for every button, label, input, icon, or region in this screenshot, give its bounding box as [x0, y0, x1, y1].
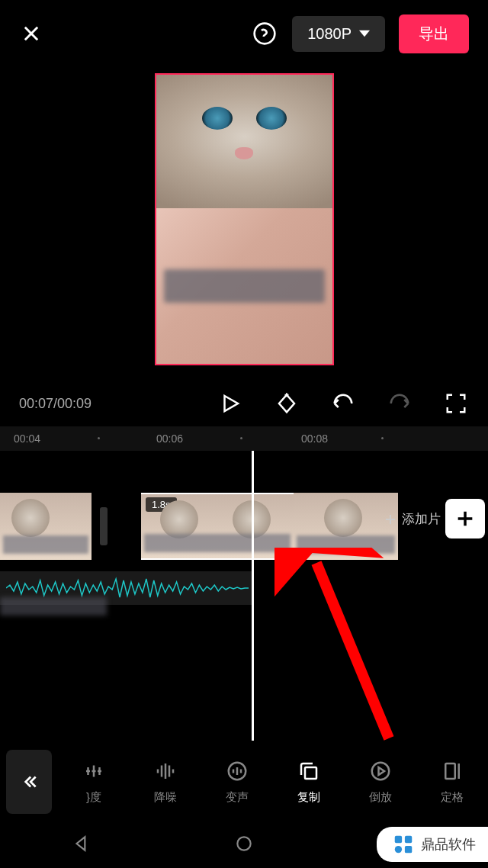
- copy-icon: [297, 760, 320, 783]
- svg-rect-11: [405, 846, 412, 853]
- chevron-down-icon: [359, 28, 370, 39]
- play-button[interactable]: [217, 391, 243, 416]
- time-display: 00:07/00:09: [19, 396, 92, 412]
- tool-denoise[interactable]: 降噪: [154, 760, 177, 805]
- help-button[interactable]: [251, 20, 278, 47]
- fullscreen-button[interactable]: [443, 391, 469, 416]
- resolution-selector[interactable]: 1080P: [292, 16, 385, 52]
- undo-button[interactable]: [330, 391, 356, 416]
- time-ruler[interactable]: 00:04 00:06 00:08: [0, 426, 488, 451]
- bottom-toolbar: }度 降噪 变声 复制 倒放 定格: [0, 741, 488, 822]
- video-clip-3[interactable]: [294, 493, 398, 560]
- svg-point-0: [255, 24, 275, 44]
- transition-marker[interactable]: [100, 507, 108, 545]
- voice-icon: [226, 760, 249, 783]
- keyframe-button[interactable]: [274, 391, 300, 416]
- redo-button: [387, 391, 413, 416]
- timeline[interactable]: 1.8s 添加片: [0, 451, 488, 741]
- watermark: 鼎品软件: [377, 827, 488, 862]
- speed-icon: [82, 760, 105, 783]
- watermark-logo-icon: [392, 833, 415, 856]
- svg-rect-8: [395, 836, 402, 843]
- tool-reverse[interactable]: 倒放: [369, 760, 392, 805]
- tool-copy[interactable]: 复制: [297, 760, 320, 805]
- tool-voice-change[interactable]: 变声: [226, 760, 249, 805]
- reverse-icon: [369, 760, 392, 783]
- freeze-icon: [441, 760, 464, 783]
- close-button[interactable]: [19, 21, 43, 46]
- tool-freeze[interactable]: 定格: [441, 760, 464, 805]
- add-clip-button[interactable]: [445, 499, 485, 538]
- tool-speed[interactable]: }度: [82, 760, 105, 805]
- video-clip-1[interactable]: [0, 493, 92, 560]
- svg-rect-5: [445, 764, 455, 779]
- watermark-text: 鼎品软件: [421, 835, 476, 854]
- video-preview[interactable]: [0, 67, 488, 381]
- video-clip-selected[interactable]: 1.8s: [141, 493, 294, 560]
- collapse-toolbar-button[interactable]: [6, 750, 52, 814]
- svg-point-10: [395, 846, 402, 853]
- export-button[interactable]: 导出: [399, 14, 469, 53]
- svg-rect-9: [405, 836, 412, 843]
- denoise-icon: [154, 760, 177, 783]
- add-clip-label: 添加片: [384, 510, 441, 528]
- svg-point-6: [237, 837, 250, 850]
- nav-back[interactable]: [72, 834, 92, 857]
- preview-frame: [155, 73, 334, 365]
- svg-point-4: [372, 762, 390, 780]
- playhead[interactable]: [252, 451, 254, 741]
- svg-rect-3: [305, 767, 316, 779]
- nav-home[interactable]: [234, 834, 254, 857]
- resolution-label: 1080P: [307, 25, 352, 43]
